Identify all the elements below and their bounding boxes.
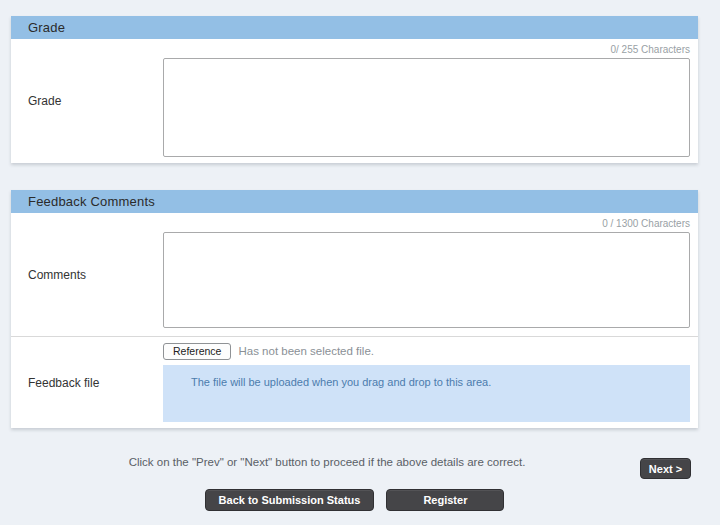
grade-field-label: Grade xyxy=(11,39,163,163)
grade-section-title: Grade xyxy=(28,20,65,35)
feedback-section-title: Feedback Comments xyxy=(28,194,155,209)
grade-section: Grade Grade 0/ 255 Characters xyxy=(11,16,698,163)
back-to-submission-status-button[interactable]: Back to Submission Status xyxy=(205,489,375,511)
reference-button[interactable]: Reference xyxy=(163,343,231,360)
register-button[interactable]: Register xyxy=(386,489,504,511)
feedback-comments-section: Feedback Comments Comments 0 / 1300 Char… xyxy=(11,190,698,428)
comments-char-counter: 0 / 1300 Characters xyxy=(163,218,690,230)
comments-row: Comments 0 / 1300 Characters xyxy=(11,213,698,336)
next-button[interactable]: Next > xyxy=(640,458,691,479)
comments-field-content: 0 / 1300 Characters xyxy=(163,213,698,336)
file-select-line: Reference Has not been selected file. xyxy=(163,343,690,359)
feedback-section-header: Feedback Comments xyxy=(11,190,698,213)
grade-field-content: 0/ 255 Characters xyxy=(163,39,698,163)
no-file-selected-text: Has not been selected file. xyxy=(238,345,374,357)
feedback-file-label: Feedback file xyxy=(11,337,163,428)
action-buttons-row: Back to Submission Status Register xyxy=(11,489,698,511)
feedback-file-row: Feedback file Reference Has not been sel… xyxy=(11,336,698,428)
grade-row: Grade 0/ 255 Characters xyxy=(11,39,698,163)
grade-section-header: Grade xyxy=(11,16,698,39)
page: Grade Grade 0/ 255 Characters Feedback C… xyxy=(0,0,720,525)
feedback-file-content: Reference Has not been selected file. Th… xyxy=(163,337,698,428)
file-dropzone[interactable]: The file will be uploaded when you drag … xyxy=(163,365,690,422)
instruction-text: Click on the "Prev" or "Next" button to … xyxy=(11,456,643,468)
grade-textarea[interactable] xyxy=(163,58,690,157)
file-dropzone-text: The file will be uploaded when you drag … xyxy=(191,376,491,388)
comments-field-label: Comments xyxy=(11,213,163,336)
comments-textarea[interactable] xyxy=(163,232,690,328)
grade-char-counter: 0/ 255 Characters xyxy=(163,44,690,56)
